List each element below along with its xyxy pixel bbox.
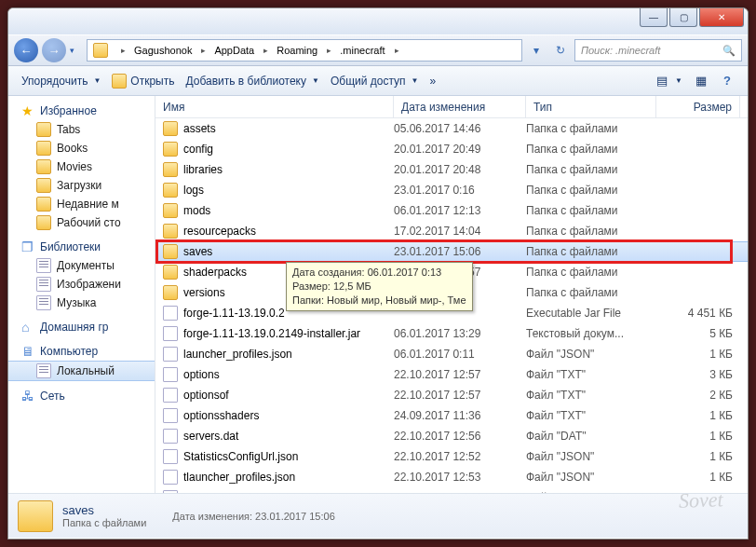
file-name: libraries — [183, 163, 223, 176]
file-row[interactable]: assets05.06.2017 14:46Папка с файлами — [155, 118, 748, 139]
open-button[interactable]: Открыть — [106, 71, 180, 91]
details-name: saves — [62, 503, 146, 517]
file-row[interactable]: servers.dat22.10.2017 12:56Файл "DAT"1 К… — [155, 426, 748, 446]
command-toolbar: Упорядочить▼ Открыть Добавить в библиоте… — [8, 66, 748, 96]
view-options-button[interactable]: ▤▼ — [649, 71, 688, 91]
file-type: Executable Jar File — [526, 307, 656, 320]
share-menu[interactable]: Общий доступ▼ — [325, 72, 425, 90]
file-name: usercache.json — [183, 491, 259, 493]
address-bar[interactable]: ▸ Gagushonok ▸ AppData ▸ Roaming ▸ .mine… — [87, 39, 522, 62]
file-size: 1 КБ — [656, 348, 733, 361]
sidebar-item[interactable]: Рабочий сто — [8, 213, 155, 232]
column-type[interactable]: Тип — [526, 96, 656, 117]
sidebar-item[interactable]: Movies — [8, 157, 155, 176]
sidebar-item[interactable]: Загрузки — [8, 176, 155, 195]
help-icon: ? — [720, 74, 735, 89]
refresh-button[interactable]: ↻ — [550, 40, 571, 61]
sidebar-item[interactable]: Изображени — [8, 275, 155, 294]
file-row[interactable]: resourcepacks17.02.2017 14:04Папка с фай… — [155, 221, 748, 241]
folder-icon — [36, 141, 51, 156]
file-type: Папка с файлами — [526, 163, 656, 176]
file-row[interactable]: saves23.01.2017 15:06Папка с файлами — [155, 241, 748, 262]
file-size: 2 КБ — [656, 389, 733, 402]
file-date: 22.10.2017 12:56 — [394, 430, 526, 443]
file-row[interactable]: optionsshaders24.09.2017 11:36Файл "TXT"… — [155, 405, 748, 426]
homegroup-group[interactable]: ⌂Домашняя гр — [8, 318, 155, 336]
file-name: StatisticsConfigUrl.json — [183, 450, 298, 463]
tooltip-line: Дата создания: 06.01.2017 0:13 — [292, 266, 466, 280]
column-size[interactable]: Размер — [656, 96, 740, 117]
libraries-group[interactable]: ❐Библиотеки — [8, 238, 155, 256]
file-name: forge-1.11-13.19.0.2149-installer.jar — [183, 327, 360, 340]
file-type: Папка с файлами — [526, 204, 656, 217]
details-date-label: Дата изменения: — [172, 511, 252, 522]
file-row[interactable]: forge-1.11-13.19.0.2149-installer.jar06.… — [155, 323, 748, 344]
file-name: options — [183, 368, 220, 381]
file-row[interactable]: config20.01.2017 20:49Папка с файлами — [155, 139, 748, 159]
file-row[interactable]: launcher_profiles.json06.01.2017 0:11Фай… — [155, 344, 748, 364]
breadcrumb-segment[interactable]: Gagushonok — [128, 40, 198, 61]
sidebar-item[interactable]: Tabs — [8, 120, 155, 139]
file-size: 1 КБ — [656, 430, 733, 443]
file-row[interactable]: tlauncher_profiles.json22.10.2017 12:53Ф… — [155, 467, 748, 487]
file-type: Папка с файлами — [526, 184, 656, 197]
close-button[interactable]: ✕ — [699, 8, 744, 27]
breadcrumb-segment[interactable]: AppData — [209, 40, 261, 61]
window-titlebar: — ▢ ✕ — [8, 8, 748, 34]
file-row[interactable]: usercache.json22.10.2017 12:53Файл "JSON… — [155, 487, 748, 493]
address-dropdown[interactable]: ▾ — [526, 40, 547, 61]
file-date: 06.01.2017 12:13 — [394, 204, 526, 217]
file-name: resourcepacks — [183, 225, 256, 238]
file-size: 1 КБ — [656, 450, 733, 463]
sidebar-item[interactable]: Документы — [8, 256, 155, 275]
file-row[interactable]: libraries20.01.2017 20:48Папка с файлами — [155, 159, 748, 180]
column-date[interactable]: Дата изменения — [394, 96, 526, 117]
network-group[interactable]: 🖧Сеть — [8, 387, 155, 405]
sidebar-item[interactable]: Недавние м — [8, 195, 155, 213]
minimize-button[interactable]: — — [640, 8, 668, 27]
sidebar-item-local-disk[interactable]: Локальный — [8, 361, 155, 381]
organize-menu[interactable]: Упорядочить▼ — [16, 72, 106, 90]
file-size: 1 КБ — [656, 491, 733, 493]
computer-group[interactable]: 🖥Компьютер — [8, 342, 155, 361]
file-name: optionsshaders — [183, 409, 259, 422]
file-type: Папка с файлами — [526, 225, 656, 238]
search-input[interactable]: Поиск: .minecraft 🔍 — [574, 39, 742, 62]
file-name: config — [183, 143, 213, 156]
file-type: Файл "TXT" — [526, 368, 656, 381]
file-type: Текстовый докум... — [526, 327, 656, 340]
help-button[interactable]: ? — [714, 71, 740, 91]
breadcrumb-segment[interactable]: .minecraft — [334, 40, 391, 61]
back-button[interactable]: ← — [14, 38, 38, 62]
file-date: 05.06.2017 14:46 — [394, 122, 526, 135]
navigation-tree[interactable]: ★Избранное Tabs Books Movies Загрузки Не… — [8, 96, 155, 493]
computer-icon: 🖥 — [21, 344, 36, 359]
file-type: Папка с файлами — [526, 245, 656, 258]
column-headers[interactable]: Имя Дата изменения Тип Размер — [155, 96, 748, 118]
breadcrumb-segment[interactable]: Roaming — [271, 40, 324, 61]
drive-icon — [36, 363, 51, 378]
sidebar-item[interactable]: Музыка — [8, 294, 155, 312]
file-type: Файл "DAT" — [526, 430, 656, 443]
file-row[interactable]: logs23.01.2017 0:16Папка с файлами — [155, 180, 748, 200]
preview-pane-button[interactable]: ▦ — [688, 71, 714, 91]
column-name[interactable]: Имя — [155, 96, 394, 117]
favorites-group[interactable]: ★Избранное — [8, 102, 155, 120]
file-row[interactable]: options22.10.2017 12:57Файл "TXT"3 КБ — [155, 364, 748, 385]
history-dropdown[interactable]: ▾ — [70, 46, 83, 55]
search-placeholder: Поиск: .minecraft — [581, 45, 660, 56]
overflow-menu[interactable]: » — [424, 72, 441, 90]
file-name: mods — [183, 204, 210, 217]
sidebar-item[interactable]: Books — [8, 139, 155, 157]
file-name: assets — [183, 122, 216, 135]
file-date: 17.02.2017 14:04 — [394, 225, 526, 238]
file-row[interactable]: StatisticsConfigUrl.json22.10.2017 12:52… — [155, 446, 748, 467]
forward-button[interactable]: → — [42, 38, 66, 62]
folder-icon — [36, 122, 51, 137]
add-to-library-menu[interactable]: Добавить в библиотеку▼ — [180, 72, 324, 90]
maximize-button[interactable]: ▢ — [669, 8, 697, 27]
library-icon: ❐ — [21, 239, 36, 254]
file-row[interactable]: mods06.01.2017 12:13Папка с файлами — [155, 200, 748, 221]
file-row[interactable]: optionsof22.10.2017 12:57Файл "TXT"2 КБ — [155, 385, 748, 405]
tooltip-line: Папки: Новый мир, Новый мир-, Тме — [292, 294, 466, 308]
